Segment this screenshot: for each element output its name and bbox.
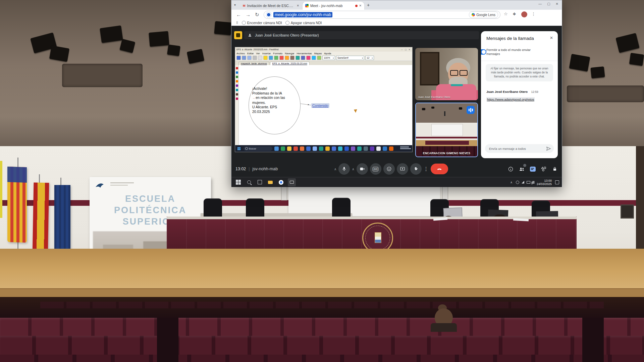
toolbar-icon[interactable] [301,56,305,60]
app-icon[interactable] [383,146,387,151]
hangup-button[interactable] [431,164,448,174]
mic-options-caret-icon[interactable]: ∧ [334,167,336,171]
file-explorer-icon[interactable] [266,178,274,186]
freemind-menu-item[interactable]: Navegar [285,52,294,55]
bookmark-apagar-ndi[interactable]: Apagar cámara NDI [285,21,322,25]
new-tab-button[interactable]: + [367,2,370,8]
app-icon[interactable] [389,146,393,151]
freemind-menu-item[interactable]: Editar [247,52,254,55]
file-tab[interactable]: EPS_a_Alicante_2025-03-20.mm [270,62,310,65]
meeting-details-icon[interactable] [507,166,514,172]
font-combo[interactable]: SansSerif▾ [336,56,364,60]
tray-icons[interactable] [516,181,533,184]
zoom-combo[interactable]: 100%▾ [322,56,335,60]
host-controls-lock-icon[interactable] [551,166,558,172]
toolbar-icon[interactable] [279,56,284,60]
close-chat-icon[interactable]: ✕ [550,36,553,40]
toolbar-icon[interactable] [258,56,262,60]
reload-icon[interactable]: ↻ [255,12,259,18]
video-tile-presenter[interactable]: Juan José Escribano Otero [415,48,478,100]
toolbar-icon[interactable] [269,56,273,60]
activities-icon[interactable] [540,166,547,172]
app-icon[interactable] [274,146,279,151]
close-icon[interactable]: ✕ [359,4,362,7]
app-icon[interactable] [287,146,291,151]
toolbar-icon[interactable] [312,56,316,60]
font-size-combo[interactable]: 12▾ [365,56,374,60]
app-icon[interactable] [293,146,298,151]
tab-meet[interactable]: Meet - jsv-nohh-mab ✕ [303,2,364,10]
freemind-menu-item[interactable]: Formato [273,52,282,55]
app-icon[interactable] [338,146,342,151]
app-icon[interactable] [325,146,330,151]
tray-clock[interactable]: 13:00 24/03/2025 [537,179,552,186]
tray-chevron-icon[interactable]: ∧ [510,181,513,184]
toolbar-icon[interactable] [274,56,278,60]
toolbar-icon[interactable] [285,56,289,60]
side-strip-icon[interactable] [236,80,238,82]
side-strip-icon[interactable] [236,84,238,87]
bookmark-encender-ndi[interactable]: Encender cámara NDI [242,21,282,25]
toolbar-icon[interactable] [290,56,294,60]
present-button[interactable] [397,163,408,175]
back-icon[interactable]: ← [236,12,241,17]
site-info-icon[interactable] [266,12,271,17]
app-icon[interactable] [313,146,317,151]
toolbar-icon[interactable] [242,56,246,60]
freemind-menu-item[interactable]: Ayuda [324,52,331,55]
app-icon[interactable] [351,146,355,151]
bookmark-star-icon[interactable]: ☆ [504,11,508,16]
cam-options-caret-icon[interactable]: ∧ [352,167,354,171]
toolbar-icon[interactable] [296,56,300,60]
message-link[interactable]: https://www.adais4good.org/retos [486,97,535,102]
chat-icon-active[interactable] [529,166,536,172]
freemind-menu-item[interactable]: Archivo [236,52,245,55]
reactions-button[interactable] [383,163,395,175]
send-icon[interactable] [546,146,551,151]
apps-grid-icon[interactable]: ⣿ [236,21,238,24]
app-icon[interactable] [364,146,368,151]
camera-app-icon[interactable] [288,178,296,186]
address-bar[interactable]: meet.google.com/jsv-nohh-mab Google Lens [264,11,500,19]
app-icon[interactable] [300,146,304,151]
app-icon[interactable] [319,146,323,151]
app-icon[interactable] [344,146,349,151]
child-node-contenido[interactable]: Contenido [311,103,329,108]
camera-button[interactable] [357,163,368,175]
allow-messages-toggle[interactable] [481,49,486,55]
freemind-menu-item[interactable]: Ver [256,52,260,55]
chat-input[interactable]: Envía un mensaje a todos [485,144,554,153]
app-icon[interactable] [281,146,285,151]
maximize-icon[interactable]: ▢ [547,2,550,6]
profile-avatar[interactable] [521,11,527,17]
tab-gmail-invite[interactable]: M Invitación de Meet de ESC.MI... ✕ [240,2,302,10]
toolbar-icon[interactable] [263,56,268,60]
extensions-icon[interactable]: ❖ [513,12,516,16]
app-icon[interactable] [370,146,374,151]
mindmap-canvas[interactable]: ¡Actívate! Problemas de la IA → en relac… [239,65,412,145]
presentation-app-icon[interactable] [234,31,242,39]
captions-button[interactable]: CC [370,163,381,175]
file-tab[interactable]: mapasIA_tarde_alumnos [238,62,269,65]
tab-search-chevron-icon[interactable]: ▾ [234,3,236,7]
app-icon[interactable] [357,146,362,151]
toolbar-icon[interactable] [306,56,311,60]
more-options-icon[interactable]: ⋮ [424,166,429,172]
forward-icon[interactable]: → [246,12,251,17]
freemind-menu-item[interactable]: Insertar [262,52,271,55]
start-button[interactable] [237,147,240,150]
minimize-icon[interactable]: — [538,2,542,6]
people-icon[interactable] [518,166,525,172]
start-button[interactable] [234,178,242,186]
side-strip-icon[interactable] [236,67,238,69]
task-view-icon[interactable] [256,178,264,186]
side-strip-icon[interactable] [236,76,238,78]
close-window-icon[interactable]: ✕ [556,2,558,6]
taskbar-search[interactable]: Buscar [244,146,272,151]
toolbar-icon[interactable] [317,56,321,60]
freemind-window-controls[interactable]: — ▢ ✕ [401,48,411,51]
side-strip-icon[interactable] [236,71,238,74]
raise-hand-button[interactable] [410,163,422,175]
app-icon[interactable] [376,146,381,151]
toolbar-icon[interactable] [253,56,257,60]
